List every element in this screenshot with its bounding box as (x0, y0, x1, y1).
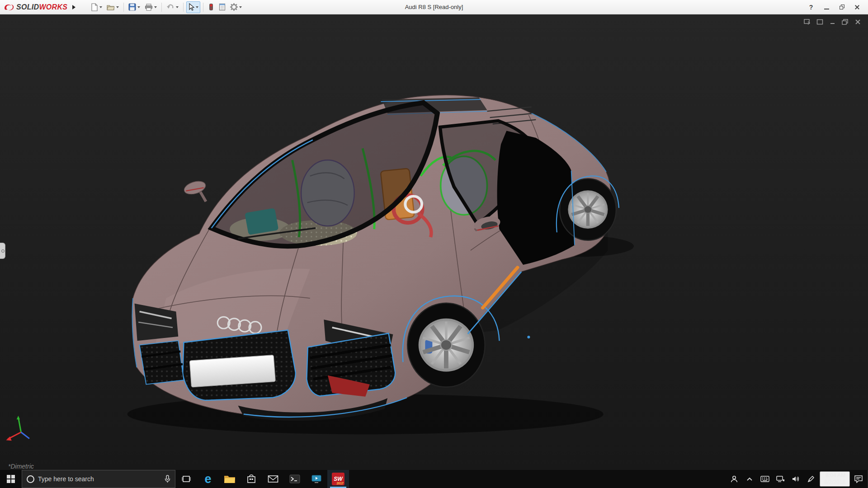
select-cursor-icon (188, 3, 194, 11)
dropdown-arrow-icon (137, 6, 140, 8)
new-document-icon (91, 3, 98, 11)
printer-icon (145, 4, 153, 11)
doc-close-button[interactable] (854, 18, 862, 25)
left-air-intake (140, 341, 184, 384)
undo-button[interactable] (165, 1, 180, 13)
dropdown-arrow-icon (176, 6, 179, 8)
audi-r8-3d-model (0, 14, 868, 470)
people-button[interactable] (727, 470, 741, 488)
media-app-button[interactable] (306, 470, 327, 488)
volume-button[interactable] (789, 470, 802, 488)
gear-icon (230, 3, 238, 11)
center-grille (183, 330, 296, 400)
close-button[interactable] (851, 2, 863, 13)
pen-icon (807, 475, 815, 483)
toolbar-separator (203, 3, 203, 12)
system-tray: 8:04 AM 8/2/2018 (727, 470, 867, 488)
start-button[interactable] (0, 470, 22, 488)
mail-icon (268, 475, 278, 483)
window-controls: ? (805, 2, 868, 13)
file-properties-icon (219, 3, 226, 11)
search-input[interactable] (38, 475, 161, 483)
vertex-dot (527, 336, 530, 338)
people-icon (730, 475, 739, 483)
solidworks-app-icon: SW 2017 (332, 473, 344, 485)
orientation-triad (6, 416, 29, 441)
edge-button[interactable]: e (197, 470, 219, 488)
menu-flyout-arrow[interactable] (70, 2, 77, 12)
file-properties-button[interactable] (217, 1, 227, 13)
command-prompt-button[interactable] (284, 470, 306, 488)
options-button[interactable] (228, 1, 244, 13)
edge-icon: e (204, 473, 211, 485)
brand-text-works: WORKS (39, 3, 67, 11)
help-button[interactable]: ? (805, 2, 817, 13)
save-floppy-icon (128, 3, 136, 11)
action-center-button[interactable] (852, 470, 865, 488)
clock-time: 8:04 AM (826, 472, 845, 479)
help-icon: ? (809, 4, 813, 11)
solidworks-taskbar-button[interactable]: SW 2017 (327, 470, 349, 488)
screen: SOLIDWORKS (0, 0, 868, 488)
windows-ink-button[interactable] (804, 470, 818, 488)
restore-button[interactable] (835, 2, 848, 13)
app-titlebar: SOLIDWORKS (0, 0, 868, 14)
command-prompt-icon (289, 474, 300, 483)
windows-logo-icon (7, 475, 15, 483)
open-folder-icon (107, 4, 115, 11)
mail-button[interactable] (262, 470, 284, 488)
media-app-icon (311, 474, 322, 483)
clock-date: 8/2/2018 (824, 479, 845, 486)
license-plate (189, 355, 275, 387)
minimize-button[interactable] (820, 2, 833, 13)
doc-maximize-button[interactable] (841, 18, 849, 25)
new-document-button[interactable] (89, 1, 104, 13)
brand-text-solid: SOLID (16, 3, 39, 11)
network-icon (776, 475, 785, 483)
cortana-icon (27, 475, 34, 483)
dropdown-arrow-icon (239, 6, 242, 8)
save-button[interactable] (127, 1, 142, 13)
rebuild-button[interactable] (206, 1, 216, 13)
store-icon (246, 474, 256, 484)
toolbar-separator (183, 3, 184, 12)
select-cursor-button[interactable] (186, 1, 200, 13)
network-button[interactable] (774, 470, 787, 488)
sw-badge-text: SW (334, 476, 342, 482)
file-explorer-button[interactable] (219, 470, 241, 488)
dropdown-arrow-icon (99, 6, 102, 8)
print-button[interactable] (143, 1, 159, 13)
solidworks-logo: SOLIDWORKS (0, 3, 70, 12)
doc-new-window-button[interactable] (816, 18, 824, 25)
touch-keyboard-icon (760, 476, 769, 482)
undo-arrow-icon (166, 4, 175, 10)
sw-badge-year: 2017 (336, 482, 344, 485)
rebuild-stoplight-icon (208, 3, 214, 11)
close-icon (854, 5, 860, 10)
3ds-logo-icon (4, 3, 14, 12)
taskbar-clock[interactable]: 8:04 AM 8/2/2018 (820, 471, 850, 487)
tray-overflow-button[interactable] (743, 470, 756, 488)
dropdown-arrow-icon (116, 6, 119, 8)
chevron-up-icon (746, 477, 753, 481)
doc-restore-ghost-button[interactable] (803, 18, 811, 25)
toolbar-separator (161, 3, 162, 12)
toolbar-separator (123, 3, 124, 12)
task-view-icon (181, 475, 191, 483)
taskbar-search[interactable] (22, 470, 175, 488)
windows-taskbar: e (0, 470, 868, 488)
dropdown-arrow-icon (196, 6, 198, 8)
task-view-button[interactable] (175, 470, 197, 488)
restore-icon (840, 5, 844, 9)
flyout-triangle-icon (72, 5, 75, 9)
dropdown-arrow-icon (154, 6, 157, 8)
touch-keyboard-button[interactable] (758, 470, 772, 488)
graphics-viewport[interactable]: *Dimetric (0, 14, 868, 470)
featuremanager-flyout-tab[interactable] (0, 243, 5, 259)
doc-minimize-button[interactable] (828, 18, 836, 25)
store-button[interactable] (241, 470, 262, 488)
action-center-icon (854, 475, 863, 483)
open-document-button[interactable] (105, 1, 121, 13)
view-orientation-label: *Dimetric (8, 463, 34, 470)
microphone-icon[interactable] (165, 475, 170, 483)
